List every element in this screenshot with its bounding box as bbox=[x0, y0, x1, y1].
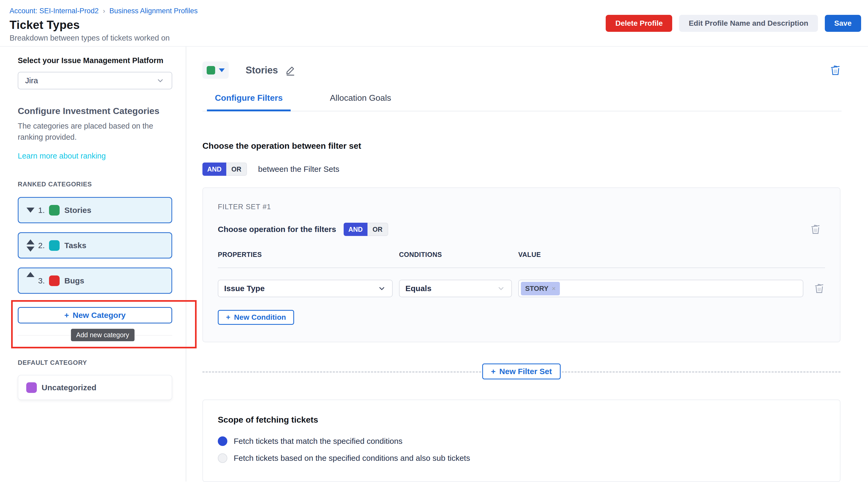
category-label: Bugs bbox=[64, 276, 84, 285]
learn-more-ranking-link[interactable]: Learn more about ranking bbox=[18, 152, 106, 160]
breadcrumb-profiles-link[interactable]: Business Alignment Profiles bbox=[110, 7, 198, 15]
value-input[interactable]: STORY × bbox=[518, 280, 803, 297]
category-color-swatch bbox=[49, 205, 60, 215]
new-category-button-label: New Category bbox=[72, 311, 126, 320]
page-subtitle: Breakdown between types of tickets worke… bbox=[9, 34, 859, 42]
tab-allocation-goals[interactable]: Allocation Goals bbox=[322, 93, 399, 111]
header-actions: Delete Profile Edit Profile Name and Des… bbox=[606, 15, 861, 32]
new-condition-button[interactable]: + New Condition bbox=[218, 310, 294, 325]
or-toggle-option[interactable]: OR bbox=[226, 162, 247, 176]
investment-categories-title: Configure Investment Categories bbox=[18, 106, 172, 116]
breadcrumb: Account: SEI-Internal-Prod2 › Business A… bbox=[9, 7, 859, 15]
platform-select[interactable]: Jira bbox=[18, 72, 172, 89]
save-button[interactable]: Save bbox=[825, 15, 861, 32]
chevron-down-icon bbox=[497, 284, 505, 293]
remove-tag-icon[interactable]: × bbox=[552, 284, 556, 293]
page-header: Account: SEI-Internal-Prod2 › Business A… bbox=[0, 0, 868, 47]
divider bbox=[218, 268, 825, 268]
filter-set-operation-heading: Choose the operation between filter set bbox=[203, 141, 841, 151]
between-filter-sets-text: between the Filter Sets bbox=[258, 164, 339, 174]
scope-option-label: Fetch tickets based on the specified con… bbox=[234, 454, 470, 463]
value-tag-label: STORY bbox=[525, 284, 549, 293]
condition-select-value: Equals bbox=[405, 284, 431, 293]
category-header: Stories bbox=[203, 61, 841, 79]
properties-column-header: PROPERTIES bbox=[218, 251, 393, 259]
radio-unselected-icon[interactable] bbox=[218, 453, 227, 463]
plus-icon: + bbox=[491, 367, 496, 376]
or-toggle-option[interactable]: OR bbox=[368, 223, 388, 236]
delete-condition-trash-icon[interactable] bbox=[813, 282, 825, 294]
platform-select-label: Select your Issue Management Platform bbox=[18, 56, 172, 65]
scope-option-match-conditions[interactable]: Fetch tickets that match the specified c… bbox=[218, 436, 825, 446]
default-category-label: DEFAULT CATEGORY bbox=[18, 359, 172, 366]
category-color-swatch bbox=[49, 275, 60, 286]
chevron-down-icon bbox=[377, 284, 386, 293]
ranked-categories-label: RANKED CATEGORIES bbox=[18, 181, 172, 188]
edit-profile-button[interactable]: Edit Profile Name and Description bbox=[679, 15, 818, 32]
radio-selected-icon[interactable] bbox=[218, 436, 227, 446]
category-label: Uncategorized bbox=[41, 383, 96, 392]
sort-up-icon[interactable] bbox=[27, 272, 38, 277]
investment-categories-description: The categories are placed based on the r… bbox=[18, 120, 172, 143]
platform-select-value: Jira bbox=[25, 76, 38, 85]
breadcrumb-separator-icon: › bbox=[103, 7, 105, 15]
plus-icon: + bbox=[226, 313, 230, 322]
conditions-column-header: CONDITIONS bbox=[399, 251, 512, 259]
tab-bar: Configure Filters Allocation Goals bbox=[203, 93, 841, 111]
scope-panel: Scope of fetching tickets Fetch tickets … bbox=[203, 399, 840, 482]
breadcrumb-account-link[interactable]: Account: SEI-Internal-Prod2 bbox=[9, 7, 99, 15]
new-condition-button-label: New Condition bbox=[234, 313, 286, 322]
ranked-category-bugs[interactable]: 3. Bugs bbox=[18, 268, 172, 294]
category-label: Stories bbox=[64, 206, 91, 215]
ranked-category-tasks[interactable]: 2. Tasks bbox=[18, 232, 172, 259]
category-color-picker[interactable] bbox=[203, 61, 229, 79]
filter-set-panel: FILTER SET #1 Choose operation for the f… bbox=[203, 187, 840, 342]
new-filter-set-button[interactable]: + New Filter Set bbox=[482, 363, 561, 380]
filters-operation-label: Choose operation for the filters bbox=[218, 225, 336, 234]
add-new-category-tooltip: Add new category bbox=[71, 329, 134, 341]
tab-configure-filters[interactable]: Configure Filters bbox=[207, 93, 291, 111]
default-category-card: Uncategorized bbox=[18, 375, 172, 400]
sort-up-down-icon[interactable] bbox=[27, 239, 38, 251]
scope-title: Scope of fetching tickets bbox=[218, 415, 825, 425]
and-toggle-option[interactable]: AND bbox=[344, 223, 368, 236]
property-select-value: Issue Type bbox=[224, 284, 265, 293]
filters-and-or-toggle[interactable]: AND OR bbox=[344, 223, 388, 236]
plus-icon: + bbox=[64, 311, 69, 320]
category-name-title: Stories bbox=[246, 65, 278, 76]
chevron-down-icon bbox=[156, 76, 165, 85]
delete-category-trash-icon[interactable] bbox=[829, 64, 841, 77]
new-category-zone: + New Category Add new category bbox=[18, 300, 172, 349]
filter-set-title: FILTER SET #1 bbox=[218, 203, 825, 211]
scope-option-label: Fetch tickets that match the specified c… bbox=[234, 436, 402, 446]
category-rank: 1. bbox=[38, 206, 45, 215]
new-filter-set-zone: + New Filter Set bbox=[203, 352, 840, 392]
sidebar: Select your Issue Management Platform Ji… bbox=[0, 47, 186, 481]
value-tag-story: STORY × bbox=[521, 282, 560, 295]
sort-down-icon[interactable] bbox=[27, 208, 38, 213]
category-color-swatch bbox=[26, 382, 37, 393]
and-toggle-option[interactable]: AND bbox=[203, 162, 226, 176]
new-category-button[interactable]: + New Category bbox=[18, 307, 172, 324]
condition-row: Issue Type Equals STORY × bbox=[218, 280, 825, 297]
category-rank: 3. bbox=[38, 276, 45, 285]
category-color-swatch bbox=[49, 240, 60, 251]
value-column-header: VALUE bbox=[518, 251, 803, 259]
delete-profile-button[interactable]: Delete Profile bbox=[606, 15, 672, 32]
filter-sets-and-or-toggle[interactable]: AND OR bbox=[203, 162, 247, 176]
category-color-swatch bbox=[207, 66, 215, 74]
ranked-category-stories[interactable]: 1. Stories bbox=[18, 197, 172, 223]
edit-pencil-icon[interactable] bbox=[285, 64, 297, 76]
condition-select[interactable]: Equals bbox=[399, 280, 512, 297]
property-select[interactable]: Issue Type bbox=[218, 280, 393, 297]
delete-filter-set-trash-icon[interactable] bbox=[810, 223, 822, 235]
category-rank: 2. bbox=[38, 241, 45, 250]
scope-option-include-sub-tickets[interactable]: Fetch tickets based on the specified con… bbox=[218, 453, 825, 463]
caret-down-icon bbox=[219, 68, 225, 72]
main-content: Stories Configure Filters All bbox=[186, 47, 868, 481]
new-filter-set-button-label: New Filter Set bbox=[499, 367, 552, 376]
category-label: Tasks bbox=[64, 241, 86, 250]
